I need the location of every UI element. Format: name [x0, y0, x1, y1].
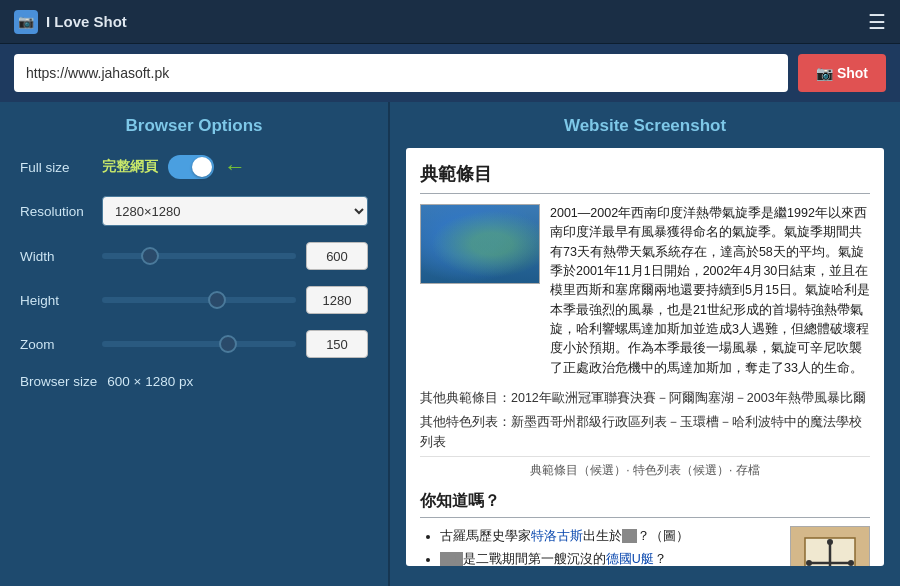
- app-title: I Love Shot: [46, 13, 127, 30]
- resolution-select[interactable]: 1280×1280 1920×1080 1366×768 800×600: [102, 196, 368, 226]
- browser-options-title: Browser Options: [20, 116, 368, 136]
- header: 📷 I Love Shot ☰: [0, 0, 900, 44]
- url-bar: 📷 Shot: [0, 44, 900, 102]
- width-slider[interactable]: [102, 253, 296, 259]
- fullsize-toggle[interactable]: [168, 155, 214, 179]
- zoom-slider[interactable]: [102, 341, 296, 347]
- website-screenshot-title: Website Screenshot: [406, 116, 884, 136]
- browser-size-row: Browser size 600 × 1280 px: [20, 374, 368, 389]
- height-row: Height 1280: [20, 286, 368, 314]
- url-input[interactable]: [14, 54, 788, 92]
- arrow-icon: ←: [224, 154, 246, 180]
- toggle-wrapper: ←: [168, 154, 246, 180]
- fullsize-chinese-label: 完整網頁: [102, 158, 158, 176]
- wiki-sub1: 其他典範條目：2012年歐洲冠軍聯賽決賽－阿爾陶塞湖－2003年熱帶風暴比爾: [420, 388, 870, 408]
- list-item: □□□是二戰期間第一艘沉沒的德國U艇？: [440, 549, 780, 566]
- fullsize-row: Full size 完整網頁 ←: [20, 154, 368, 180]
- wiki-map-image: [421, 205, 539, 283]
- wiki-link[interactable]: 德國U艇: [606, 552, 654, 566]
- camera-icon: 📷: [18, 14, 34, 29]
- wiki-section2-content: 古羅馬歷史學家特洛古斯出生於□□？（圖） □□□是二戰期間第一艘沉沒的德國U艇？…: [420, 526, 870, 566]
- fullsize-label: Full size: [20, 160, 92, 175]
- height-label: Height: [20, 293, 92, 308]
- width-row: Width 600: [20, 242, 368, 270]
- wiki-divider: 典範條目（候選）· 特色列表（候選）· 存檔: [420, 456, 870, 480]
- svg-point-3: [827, 539, 833, 545]
- website-screenshot-panel: Website Screenshot 典範條目 2001—2002年西南印度洋熱…: [390, 102, 900, 586]
- wiki-article-text: 2001—2002年西南印度洋熱帶氣旋季是繼1992年以來西南印度洋最早有風暴獲…: [550, 204, 870, 378]
- toggle-knob: [192, 157, 212, 177]
- browser-size-value: 600 × 1280 px: [107, 374, 193, 389]
- wiki-link[interactable]: 特洛古斯: [531, 529, 583, 543]
- app-title-group: 📷 I Love Shot: [14, 10, 127, 34]
- browser-size-label: Browser size: [20, 374, 97, 389]
- list-item: 古羅馬歷史學家特洛古斯出生於□□？（圖）: [440, 526, 780, 547]
- wiki-article-section: 2001—2002年西南印度洋熱帶氣旋季是繼1992年以來西南印度洋最早有風暴獲…: [420, 204, 870, 378]
- app-icon: 📷: [14, 10, 38, 34]
- coat-of-arms-image: [790, 526, 870, 566]
- wiki-section2-title: 你知道嗎？: [420, 488, 870, 518]
- wiki-did-you-know-list: 古羅馬歷史學家特洛古斯出生於□□？（圖） □□□是二戰期間第一艘沉沒的德國U艇？…: [420, 526, 780, 566]
- wiki-sub2-text: 其他特色列表：新墨西哥州郡級行政區列表－玉環槽－哈利波特中的魔法學校列表: [420, 415, 862, 449]
- main-content: Browser Options Full size 完整網頁 ← Resolut…: [0, 102, 900, 586]
- resolution-row: Resolution 1280×1280 1920×1080 1366×768 …: [20, 196, 368, 226]
- height-value: 1280: [306, 286, 368, 314]
- wiki-article-image: [420, 204, 540, 284]
- width-label: Width: [20, 249, 92, 264]
- resolution-label: Resolution: [20, 204, 92, 219]
- wiki-section1-title: 典範條目: [420, 160, 870, 194]
- browser-options-panel: Browser Options Full size 完整網頁 ← Resolut…: [0, 102, 390, 586]
- screenshot-content[interactable]: 典範條目 2001—2002年西南印度洋熱帶氣旋季是繼1992年以來西南印度洋最…: [406, 148, 884, 566]
- height-slider[interactable]: [102, 297, 296, 303]
- zoom-label: Zoom: [20, 337, 92, 352]
- wiki-sub1-text: 其他典範條目：2012年歐洲冠軍聯賽決賽－阿爾陶塞湖－2003年熱帶風暴比爾: [420, 391, 866, 405]
- zoom-value: 150: [306, 330, 368, 358]
- width-value: 600: [306, 242, 368, 270]
- wiki-sub2: 其他特色列表：新墨西哥州郡級行政區列表－玉環槽－哈利波特中的魔法學校列表: [420, 412, 870, 452]
- menu-icon[interactable]: ☰: [868, 12, 886, 32]
- zoom-row: Zoom 150: [20, 330, 368, 358]
- shot-button[interactable]: 📷 Shot: [798, 54, 886, 92]
